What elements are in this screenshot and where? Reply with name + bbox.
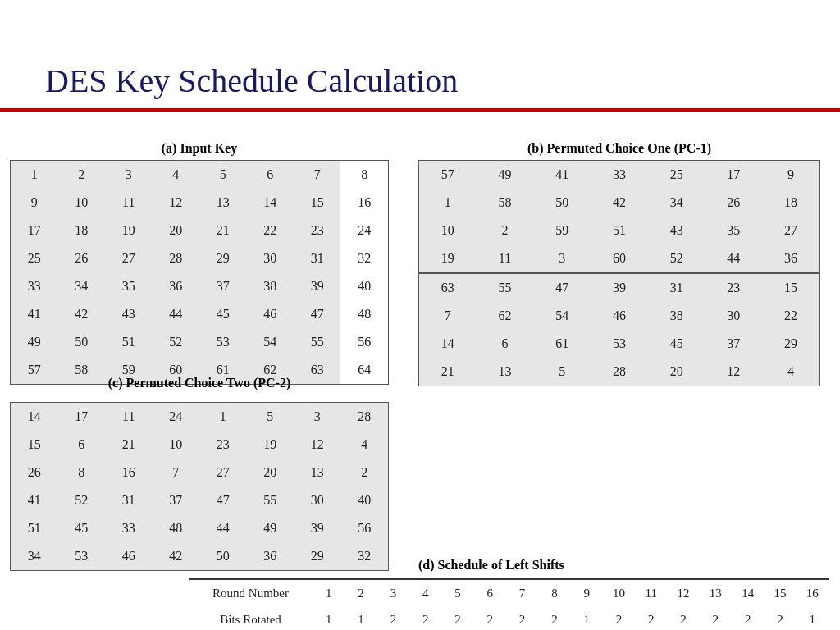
cell: 6 <box>58 431 105 459</box>
cell: 54 <box>533 302 591 330</box>
cell: 46 <box>246 300 293 328</box>
cell: 39 <box>294 514 340 542</box>
cell: 17 <box>705 161 763 189</box>
cell: 55 <box>477 273 534 302</box>
cell: 39 <box>294 272 340 300</box>
cell: 14 <box>732 579 764 606</box>
cell: 34 <box>648 189 705 217</box>
cell: 48 <box>340 300 388 328</box>
cell: 23 <box>199 431 246 459</box>
cell: 18 <box>762 189 819 217</box>
cell: 37 <box>152 486 199 514</box>
caption-pc1: (b) Permuted Choice One (PC-1) <box>418 141 820 156</box>
cell: 7 <box>152 459 199 486</box>
cell: 21 <box>105 431 152 459</box>
cell: 21 <box>199 217 246 244</box>
cell: 59 <box>533 217 591 244</box>
cell: 57 <box>419 161 477 189</box>
cell: 16 <box>105 459 152 486</box>
page-title: DES Key Schedule Calculation <box>0 0 840 100</box>
cell: 13 <box>477 358 534 386</box>
cell: 15 <box>11 431 58 459</box>
cell: 19 <box>105 217 152 244</box>
cell: 40 <box>340 272 388 300</box>
cell: 29 <box>762 330 819 358</box>
cell: 45 <box>199 300 246 328</box>
cell: 42 <box>152 542 199 571</box>
cell: 14 <box>246 189 293 217</box>
cell: 50 <box>58 328 105 356</box>
cell: 12 <box>705 358 763 386</box>
cell: 5 <box>441 579 473 606</box>
cell: 17 <box>11 217 58 244</box>
cell: 26 <box>705 189 763 217</box>
cell: 11 <box>105 189 152 217</box>
table-input-key: 1234567891011121314151617181920212223242… <box>10 160 389 385</box>
cell: 42 <box>58 300 105 328</box>
cell: 31 <box>105 486 152 514</box>
cell: 25 <box>648 161 705 189</box>
cell: 2 <box>635 606 667 630</box>
cell: 2 <box>477 217 534 244</box>
cell: 45 <box>58 514 105 542</box>
cell: 17 <box>58 403 105 431</box>
cell: 58 <box>477 189 534 217</box>
cell: 34 <box>58 272 105 300</box>
table-shifts: Round Number12345678910111213141516Bits … <box>189 578 829 630</box>
cell: 11 <box>635 579 667 606</box>
cell: 51 <box>11 514 58 542</box>
cell: 20 <box>246 459 293 486</box>
cell: 28 <box>591 358 648 386</box>
cell: 27 <box>105 244 152 272</box>
cell: 18 <box>58 217 105 244</box>
cell: 25 <box>11 244 58 272</box>
cell: 52 <box>58 486 105 514</box>
cell: 47 <box>533 273 591 302</box>
cell: 5 <box>246 403 293 431</box>
cell: 43 <box>648 217 705 244</box>
cell: 4 <box>762 358 819 386</box>
cell: 51 <box>591 217 648 244</box>
table-pc2: 1417112415328156211023191242681672720132… <box>10 402 389 571</box>
cell: 2 <box>732 606 764 630</box>
cell: 11 <box>477 244 534 273</box>
cell: 36 <box>246 542 293 571</box>
cell: 55 <box>246 486 293 514</box>
caption-pc2: (c) Permuted Choice Two (PC-2) <box>10 376 389 390</box>
cell: 21 <box>419 358 477 386</box>
cell: 32 <box>340 542 388 571</box>
cell: 2 <box>58 161 105 189</box>
cell: 12 <box>152 189 199 217</box>
cell: 26 <box>58 244 105 272</box>
cell: 27 <box>199 459 246 486</box>
cell: 23 <box>294 217 340 244</box>
cell: 6 <box>246 161 293 189</box>
cell: 8 <box>538 579 570 606</box>
cell: 53 <box>199 328 246 356</box>
cell: 10 <box>58 189 105 217</box>
cell: 10 <box>603 579 635 606</box>
cell: 1 <box>313 579 345 606</box>
cell: 12 <box>294 431 340 459</box>
caption-input-key: (a) Input Key <box>10 141 389 156</box>
cell: 8 <box>340 161 388 189</box>
cell: 35 <box>705 217 763 244</box>
cell: 26 <box>11 459 58 486</box>
cell: 45 <box>648 330 705 358</box>
cell: 54 <box>246 328 293 356</box>
cell: 19 <box>419 244 477 273</box>
cell: 39 <box>591 273 648 302</box>
cell: 27 <box>762 217 819 244</box>
cell: 51 <box>105 328 152 356</box>
cell: 38 <box>246 272 293 300</box>
row-label: Round Number <box>189 579 313 606</box>
cell: 31 <box>294 244 340 272</box>
cell: 16 <box>340 189 388 217</box>
cell: 52 <box>152 328 199 356</box>
cell: 12 <box>667 579 699 606</box>
cell: 32 <box>340 244 388 272</box>
cell: 30 <box>705 302 763 330</box>
cell: 36 <box>762 244 819 273</box>
cell: 55 <box>294 328 340 356</box>
cell: 6 <box>477 330 534 358</box>
